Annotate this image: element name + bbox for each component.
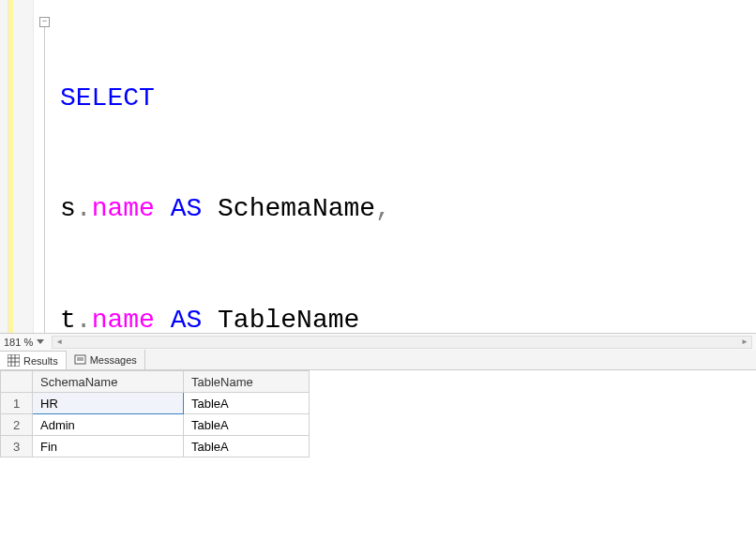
table-row: 2 Admin TableA xyxy=(1,414,310,436)
selection-margin xyxy=(13,0,34,333)
zoom-dropdown-icon[interactable] xyxy=(37,339,44,344)
collapse-toggle[interactable]: − xyxy=(39,17,50,27)
results-tabs: Results Messages xyxy=(0,350,756,370)
tab-results-label: Results xyxy=(23,355,58,367)
grid-corner[interactable] xyxy=(1,371,33,393)
cell-schema[interactable]: HR xyxy=(33,393,184,414)
cell-schema[interactable]: Admin xyxy=(33,414,184,436)
code-content[interactable]: SELECT s.name AS SchemaName, t.name AS T… xyxy=(56,0,756,333)
horizontal-scrollbar[interactable]: ◄ ► xyxy=(52,336,752,349)
sql-editor: − SELECT s.name AS SchemaName, t.name AS… xyxy=(0,0,756,333)
outline-line xyxy=(44,27,45,333)
keyword-as: AS xyxy=(155,190,218,227)
zoom-bar: 181 % ◄ ► xyxy=(0,333,756,350)
scroll-left-icon[interactable]: ◄ xyxy=(53,337,66,348)
cell-table[interactable]: TableA xyxy=(183,393,309,414)
messages-icon xyxy=(74,353,86,366)
results-grid: SchemaName TableName 1 HR TableA 2 Admin… xyxy=(0,370,756,458)
table-row: 3 Fin TableA xyxy=(1,436,310,458)
column-name: name xyxy=(92,190,155,227)
cell-table[interactable]: TableA xyxy=(183,414,309,436)
table-row: 1 HR TableA xyxy=(1,393,310,414)
outline-margin: − xyxy=(34,0,56,333)
dot: . xyxy=(76,190,92,227)
editor-gutter xyxy=(0,0,8,333)
alias-s: s xyxy=(60,190,76,227)
tab-messages-label: Messages xyxy=(90,354,137,366)
alias-label: TableName xyxy=(218,302,359,333)
cell-table[interactable]: TableA xyxy=(183,436,309,458)
svg-rect-0 xyxy=(8,354,20,367)
column-header-table[interactable]: TableName xyxy=(183,371,309,393)
keyword-as: AS xyxy=(155,302,218,333)
dot: . xyxy=(76,302,92,333)
row-number[interactable]: 3 xyxy=(1,436,33,458)
comma: , xyxy=(375,190,391,227)
alias-t: t xyxy=(60,302,76,333)
row-number[interactable]: 1 xyxy=(1,393,33,414)
zoom-percent: 181 % xyxy=(4,337,33,348)
grid-icon xyxy=(8,354,20,367)
column-name: name xyxy=(92,302,155,333)
column-header-schema[interactable]: SchemaName xyxy=(33,371,184,393)
alias-label: SchemaName xyxy=(218,190,375,227)
row-number[interactable]: 2 xyxy=(1,414,33,436)
tab-results[interactable]: Results xyxy=(0,351,67,369)
cell-schema[interactable]: Fin xyxy=(33,436,184,458)
tab-messages[interactable]: Messages xyxy=(67,350,145,369)
keyword-select: SELECT xyxy=(60,80,155,116)
scroll-right-icon[interactable]: ► xyxy=(738,337,751,348)
